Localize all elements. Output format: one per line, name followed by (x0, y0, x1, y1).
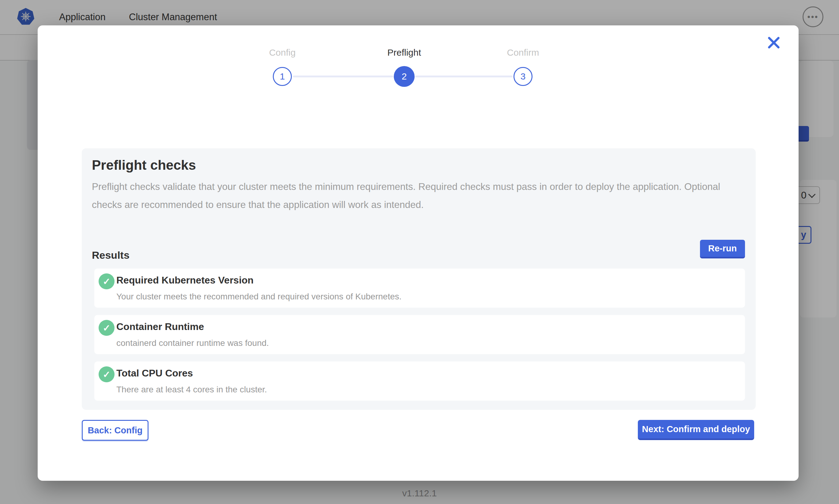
preflight-description: Preflight checks validate that your clus… (92, 178, 738, 214)
check-row-kubernetes-version: ✓ Required Kubernetes Version Your clust… (94, 269, 745, 308)
check-detail: Your cluster meets the recommended and r… (116, 292, 401, 302)
preflight-modal: Config Preflight Confirm 1 2 3 Preflight… (38, 25, 799, 481)
close-icon[interactable] (767, 35, 781, 50)
check-title: Container Runtime (116, 321, 204, 332)
check-detail: containerd container runtime was found. (116, 338, 269, 348)
step-circle-preflight[interactable]: 2 (394, 66, 415, 87)
step-label-confirm: Confirm (477, 48, 569, 58)
check-title: Required Kubernetes Version (116, 275, 254, 286)
check-detail: There are at least 4 cores in the cluste… (116, 385, 267, 395)
check-title: Total CPU Cores (116, 367, 193, 379)
preflight-title: Preflight checks (92, 158, 196, 173)
step-circle-config[interactable]: 1 (273, 67, 292, 86)
stepper-connector-2 (415, 75, 513, 77)
step-label-preflight: Preflight (358, 48, 450, 58)
check-pass-icon: ✓ (99, 320, 115, 336)
rerun-button[interactable]: Re-run (700, 240, 745, 258)
results-heading: Results (92, 249, 130, 261)
check-pass-icon: ✓ (99, 273, 115, 289)
preflight-card: Preflight checks Preflight checks valida… (82, 148, 756, 410)
check-pass-icon: ✓ (99, 366, 115, 382)
back-config-button[interactable]: Back: Config (82, 420, 149, 441)
step-circle-confirm[interactable]: 3 (514, 67, 532, 86)
stepper-connector-1 (293, 75, 393, 77)
check-row-total-cpu-cores: ✓ Total CPU Cores There are at least 4 c… (94, 361, 745, 401)
check-row-container-runtime: ✓ Container Runtime containerd container… (94, 315, 745, 354)
next-confirm-deploy-button[interactable]: Next: Confirm and deploy (638, 420, 754, 440)
step-label-config: Config (236, 48, 328, 58)
